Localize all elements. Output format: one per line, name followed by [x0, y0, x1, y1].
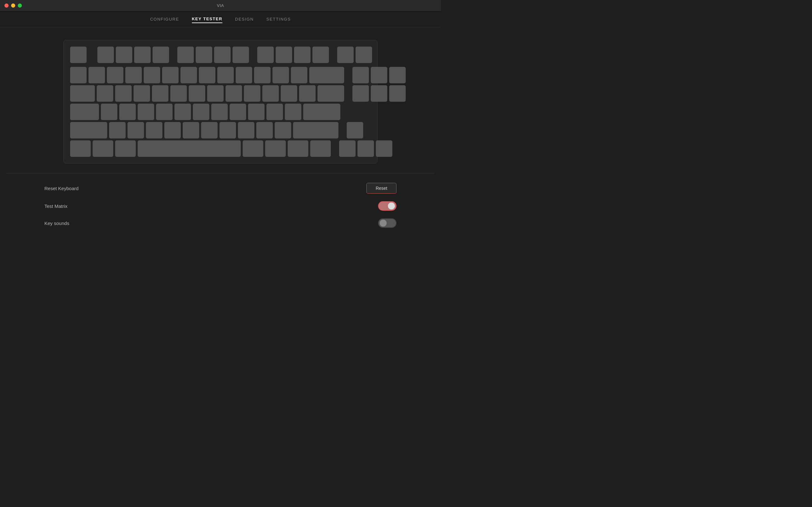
key[interactable]	[89, 67, 105, 83]
key[interactable]	[70, 140, 91, 157]
ctrl-row	[70, 140, 371, 157]
key[interactable]	[376, 140, 392, 157]
key[interactable]	[288, 140, 308, 157]
key[interactable]	[116, 47, 132, 63]
key[interactable]	[70, 85, 95, 102]
key[interactable]	[109, 122, 125, 138]
key[interactable]	[70, 104, 99, 120]
tab-key-tester[interactable]: KEY TESTER	[192, 15, 222, 23]
key[interactable]	[389, 85, 406, 102]
key[interactable]	[183, 122, 199, 138]
key[interactable]	[236, 67, 252, 83]
key[interactable]	[193, 104, 209, 120]
key[interactable]	[189, 85, 205, 102]
key[interactable]	[337, 47, 354, 63]
key[interactable]	[248, 104, 264, 120]
key[interactable]	[352, 85, 369, 102]
key[interactable]	[152, 85, 168, 102]
key[interactable]	[196, 47, 212, 63]
reset-button[interactable]: Reset	[366, 183, 397, 193]
key[interactable]	[214, 47, 231, 63]
key[interactable]	[294, 47, 310, 63]
key[interactable]	[352, 67, 369, 83]
key[interactable]	[174, 104, 191, 120]
key[interactable]	[138, 104, 154, 120]
key[interactable]	[257, 47, 274, 63]
key[interactable]	[230, 104, 246, 120]
key[interactable]	[303, 104, 340, 120]
key[interactable]	[254, 67, 270, 83]
key[interactable]	[225, 85, 242, 102]
key[interactable]	[243, 140, 263, 157]
close-button[interactable]	[4, 3, 9, 8]
key[interactable]	[211, 104, 228, 120]
key[interactable]	[244, 85, 260, 102]
key[interactable]	[101, 104, 117, 120]
key[interactable]	[115, 85, 132, 102]
key[interactable]	[164, 122, 181, 138]
key[interactable]	[134, 47, 151, 63]
key[interactable]	[272, 67, 289, 83]
key[interactable]	[309, 67, 344, 83]
key[interactable]	[70, 67, 87, 83]
key[interactable]	[115, 140, 136, 157]
key[interactable]	[266, 104, 283, 120]
key[interactable]	[310, 140, 331, 157]
key[interactable]	[356, 47, 372, 63]
key[interactable]	[281, 85, 297, 102]
key[interactable]	[97, 47, 114, 63]
key[interactable]	[70, 47, 87, 63]
key[interactable]	[125, 67, 142, 83]
maximize-button[interactable]	[18, 3, 22, 8]
tab-design[interactable]: DESIGN	[235, 15, 254, 23]
key[interactable]	[371, 67, 387, 83]
key[interactable]	[339, 140, 356, 157]
key[interactable]	[134, 85, 150, 102]
key[interactable]	[347, 122, 363, 138]
key[interactable]	[357, 140, 374, 157]
key[interactable]	[389, 67, 406, 83]
key[interactable]	[233, 47, 249, 63]
key[interactable]	[299, 85, 316, 102]
minimize-button[interactable]	[11, 3, 15, 8]
key[interactable]	[262, 85, 279, 102]
key[interactable]	[181, 67, 197, 83]
key[interactable]	[265, 140, 286, 157]
window-controls	[4, 3, 22, 8]
key[interactable]	[285, 104, 301, 120]
key[interactable]	[138, 140, 241, 157]
key-sounds-toggle[interactable]	[378, 218, 397, 228]
key[interactable]	[293, 122, 339, 138]
key[interactable]	[107, 67, 123, 83]
key[interactable]	[312, 47, 329, 63]
key[interactable]	[156, 104, 172, 120]
key[interactable]	[177, 47, 194, 63]
key[interactable]	[119, 104, 136, 120]
key[interactable]	[207, 85, 223, 102]
key[interactable]	[162, 67, 179, 83]
key[interactable]	[371, 85, 387, 102]
key[interactable]	[256, 122, 273, 138]
key[interactable]	[144, 67, 160, 83]
key[interactable]	[238, 122, 254, 138]
key[interactable]	[146, 122, 162, 138]
test-matrix-toggle-thumb	[388, 203, 395, 210]
key[interactable]	[217, 67, 234, 83]
key[interactable]	[70, 122, 107, 138]
key[interactable]	[275, 47, 292, 63]
key[interactable]	[201, 122, 217, 138]
key[interactable]	[128, 122, 144, 138]
key[interactable]	[219, 122, 236, 138]
key[interactable]	[275, 122, 291, 138]
key[interactable]	[291, 67, 307, 83]
key	[333, 140, 337, 157]
tab-settings[interactable]: SETTINGS	[266, 15, 291, 23]
key[interactable]	[153, 47, 169, 63]
key[interactable]	[93, 140, 113, 157]
key[interactable]	[170, 85, 187, 102]
tab-configure[interactable]: CONFIGURE	[150, 15, 179, 23]
key[interactable]	[317, 85, 344, 102]
key[interactable]	[97, 85, 113, 102]
test-matrix-toggle[interactable]	[378, 201, 397, 211]
key[interactable]	[199, 67, 215, 83]
